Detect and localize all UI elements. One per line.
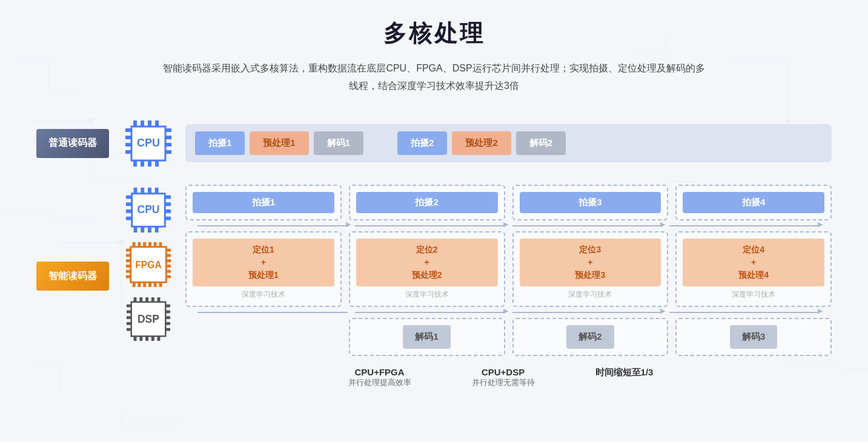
normal-card-capture2: 拍摄2 — [397, 131, 447, 155]
normal-card-preprocess2: 预处理2 — [452, 131, 511, 155]
arrow-row-1: ▶ ▶ ▶ ▶ — [185, 220, 832, 231]
svg-text:CPU: CPU — [137, 203, 159, 216]
smart-col4-top: 拍摄4 — [675, 185, 832, 220]
bottom-label-1: CPU+FPGA 并行处理提高效率 — [348, 367, 411, 388]
normal-reader-row: 普通读码器 — [36, 119, 832, 168]
smart-decode3: 解码3 — [730, 325, 777, 349]
smart-decode2: 解码2 — [566, 325, 614, 349]
smart-col2-bot: 解码1 — [349, 318, 505, 356]
smart-col4-bot: 解码3 — [675, 318, 832, 356]
cpu-chip-smart: CPU — [125, 185, 172, 236]
normal-card-capture1: 拍摄1 — [195, 131, 245, 155]
smart-col3-top: 拍摄3 — [512, 185, 669, 220]
page-title: 多核处理 — [36, 18, 832, 49]
fpga-chip-smart: FPGA — [125, 236, 172, 294]
bottom-label-3: 时间缩短至1/3 — [595, 367, 654, 388]
smart-decode1: 解码1 — [403, 325, 450, 349]
smart-col2-mid: 定位2 + 预处理2 深度学习技术 — [349, 231, 505, 307]
normal-card-preprocess1: 预处理1 — [250, 131, 308, 155]
smart-dsp-row: 解码1 解码2 解码3 — [185, 318, 832, 356]
smart-col1-mid: 定位1 + 预处理1 深度学习技术 — [185, 231, 342, 307]
smart-capture-row: 拍摄1 拍摄2 拍摄3 拍摄4 — [185, 185, 832, 220]
smart-fpga-row: 定位1 + 预处理1 深度学习技术 定位2 + 预处理2 深度学习技术 — [185, 231, 832, 307]
smart-capture3: 拍摄3 — [520, 192, 661, 213]
cpu-chip-normal: CPU — [121, 119, 176, 168]
smart-col3-bot: 解码2 — [512, 318, 669, 356]
dsp-chip-smart: DSP — [125, 294, 172, 345]
normal-card-decode2: 解码2 — [516, 131, 566, 155]
svg-text:FPGA: FPGA — [135, 260, 161, 270]
smart-col4-mid: 定位4 + 预处理4 深度学习技术 — [675, 231, 832, 307]
smart-chips-column: CPU — [121, 185, 176, 345]
arrow-row-2: ▶ ▶ ▶ — [185, 307, 832, 318]
smart-col1-top: 拍摄1 — [185, 185, 342, 220]
smart-col1-bot — [185, 318, 342, 356]
svg-text:DSP: DSP — [137, 313, 159, 325]
normal-card-decode1: 解码1 — [314, 131, 363, 155]
normal-reader-label: 普通读码器 — [36, 129, 109, 158]
smart-capture4: 拍摄4 — [683, 192, 824, 213]
page-subtitle: 智能读码器采用嵌入式多核算法，重构数据流在底层CPU、FPGA、DSP运行芯片间… — [36, 60, 832, 95]
bottom-labels: CPU+FPGA 并行处理提高效率 CPU+DSP 并行处理无需等待 时间缩短至… — [170, 367, 832, 388]
smart-capture2: 拍摄2 — [356, 192, 498, 213]
smart-reader-section: 智能读码器 — [36, 185, 832, 356]
main-diagram: 普通读码器 — [36, 119, 832, 388]
bottom-label-2: CPU+DSP 并行处理无需等待 — [472, 367, 535, 388]
smart-col3-mid: 定位3 + 预处理3 深度学习技术 — [512, 231, 669, 307]
svg-text:CPU: CPU — [137, 137, 160, 149]
smart-capture1: 拍摄1 — [193, 192, 334, 213]
normal-cards-container: 拍摄1 预处理1 解码1 拍摄2 预处理2 解码2 — [185, 124, 832, 162]
smart-grid: 拍摄1 拍摄2 拍摄3 拍摄4 ▶ ▶ ▶ — [185, 185, 832, 356]
smart-reader-label: 智能读码器 — [36, 262, 109, 291]
smart-col2-top: 拍摄2 — [349, 185, 505, 220]
